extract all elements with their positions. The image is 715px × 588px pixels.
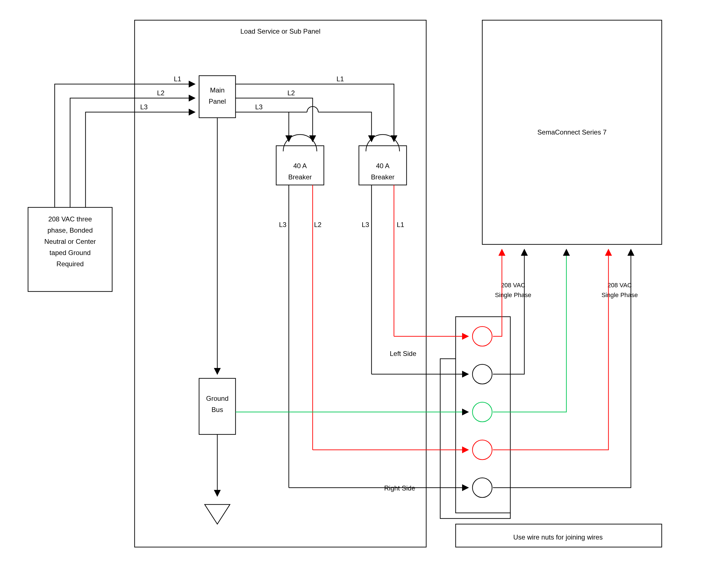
sub-panel-title: Load Service or Sub Panel bbox=[240, 27, 321, 35]
label-brk2-L1: L1 bbox=[397, 221, 404, 228]
breaker2-l2: Breaker bbox=[371, 173, 394, 181]
label-brk1-L3: L3 bbox=[279, 221, 287, 228]
sub-panel-box bbox=[135, 20, 426, 547]
ground-bus-l2: Bus bbox=[211, 406, 223, 413]
main-panel-l1: Main bbox=[210, 86, 225, 94]
vac1-l1: 208 VAC bbox=[501, 282, 526, 289]
breaker1-l2: Breaker bbox=[288, 173, 312, 181]
label-L2-in: L2 bbox=[157, 89, 165, 97]
wiring-diagram: Load Service or Sub Panel 208 VAC three … bbox=[0, 0, 715, 588]
vac2-l1: 208 VAC bbox=[608, 282, 632, 289]
source-line1: 208 VAC three bbox=[48, 215, 92, 223]
breaker2-l1: 40 A bbox=[376, 162, 389, 170]
vac2-l2: Single Phase bbox=[601, 292, 638, 298]
label-brk2-L3: L3 bbox=[362, 221, 369, 228]
label-L1-in: L1 bbox=[174, 75, 181, 83]
ground-bus-l1: Ground bbox=[206, 395, 228, 402]
source-line4: taped Ground bbox=[49, 249, 91, 256]
label-L3-in: L3 bbox=[140, 103, 148, 111]
source-line3: Neutral or Center bbox=[44, 238, 96, 245]
vac1-l2: Single Phase bbox=[495, 292, 531, 298]
right-side-label: Right Side bbox=[384, 484, 415, 492]
breaker1-l1: 40 A bbox=[293, 162, 307, 170]
label-brk1-L2: L2 bbox=[314, 221, 322, 228]
semaconnect-title: SemaConnect Series 7 bbox=[537, 128, 607, 136]
main-panel-l2: Panel bbox=[209, 98, 226, 105]
label-L2-out: L2 bbox=[287, 89, 295, 97]
main-panel-box bbox=[199, 76, 236, 118]
source-line2: phase, Bonded bbox=[47, 227, 93, 234]
label-L3-out: L3 bbox=[255, 103, 263, 111]
note-text: Use wire nuts for joining wires bbox=[513, 533, 603, 541]
source-line5: Required bbox=[56, 260, 84, 268]
label-L1-out: L1 bbox=[336, 75, 344, 83]
left-side-label: Left Side bbox=[390, 350, 416, 357]
